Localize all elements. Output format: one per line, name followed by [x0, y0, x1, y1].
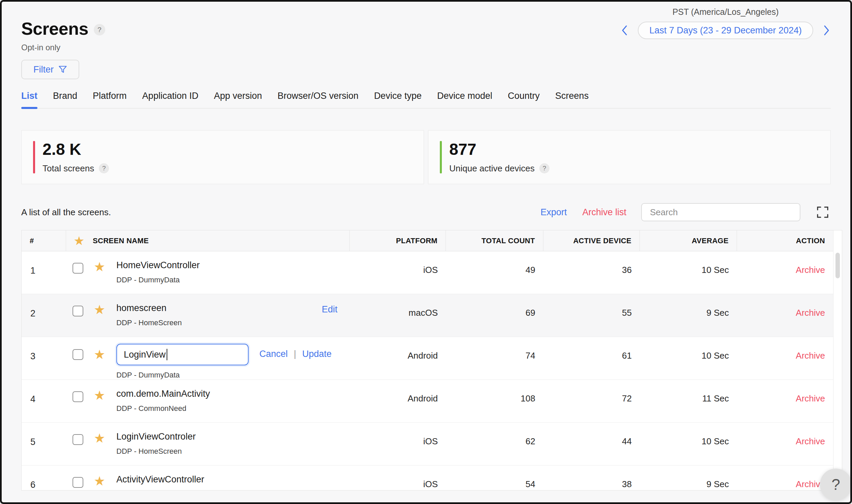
summary-stats: 2.8 K Total screens ? 877 Unique active … [21, 130, 831, 184]
screen-name-cell: ★ActivityViewControllerDDP - CommonNeed [66, 466, 350, 490]
tab-brand[interactable]: Brand [53, 91, 77, 108]
screens-analytics-page: PST (America/Los_Angeles) Last 7 Days (2… [0, 0, 852, 504]
table-row: 6★ActivityViewControllerDDP - CommonNeed… [22, 466, 833, 490]
next-period-button[interactable] [823, 25, 830, 36]
cancel-link[interactable]: Cancel [259, 349, 288, 359]
row-index: 5 [22, 423, 66, 465]
row-select-checkbox[interactable] [73, 349, 83, 360]
row-select-checkbox[interactable] [73, 391, 83, 402]
column-header-platform: PLATFORM [350, 230, 446, 251]
separator: | [294, 349, 296, 359]
total-count-value: 69 [446, 294, 543, 337]
previous-period-button[interactable] [621, 25, 628, 36]
tab-application-id[interactable]: Application ID [142, 91, 199, 108]
text-caret [167, 349, 167, 360]
screen-name: homescreen [116, 302, 182, 314]
floating-help-button[interactable]: ? [820, 469, 852, 500]
favorite-star-icon[interactable]: ★ [93, 474, 106, 488]
analytics-tabs: ListBrandPlatformApplication IDApp versi… [21, 91, 831, 109]
favorite-star-icon[interactable]: ★ [93, 303, 106, 317]
average-value: 9 Sec [640, 466, 737, 490]
rename-input[interactable]: LoginView [116, 344, 249, 365]
favorite-star-icon: ★ [74, 235, 84, 246]
list-description: A list of all the screens. [21, 207, 540, 218]
screen-name-cell: ★homescreenDDP - HomeScreenEdit [66, 294, 350, 337]
platform-value: Android [350, 380, 446, 422]
unique-devices-label: Unique active devices [449, 163, 534, 174]
screens-table: # ★ SCREEN NAME PLATFORM TOTAL COUNT ACT… [21, 230, 842, 490]
update-link[interactable]: Update [302, 349, 331, 359]
screen-name: HomeViewController [116, 259, 200, 271]
archive-list-link[interactable]: Archive list [582, 207, 627, 218]
average-value: 10 Sec [640, 251, 737, 294]
row-select-checkbox[interactable] [73, 263, 83, 274]
active-device-value: 55 [543, 294, 640, 337]
archive-link[interactable]: Archive [796, 265, 825, 275]
tab-list[interactable]: List [21, 91, 37, 108]
action-cell: Archive [737, 380, 833, 422]
total-screens-label: Total screens [42, 163, 94, 174]
platform-value: iOS [350, 466, 446, 490]
row-index: 6 [22, 466, 66, 490]
tab-device-model[interactable]: Device model [437, 91, 492, 108]
action-cell: Archive [737, 251, 833, 294]
unique-devices-value: 877 [449, 141, 549, 158]
active-device-value: 61 [543, 337, 640, 379]
screen-name-header-label: SCREEN NAME [93, 236, 149, 245]
tab-browser-os-version[interactable]: Browser/OS version [277, 91, 359, 108]
column-header-total-count: TOTAL COUNT [446, 230, 543, 251]
active-device-value: 44 [543, 423, 640, 465]
app-name: DDP - DummyData [116, 371, 249, 379]
row-select-checkbox[interactable] [73, 306, 83, 317]
fullscreen-button[interactable] [816, 205, 829, 219]
screen-name-block: HomeViewControllerDDP - DummyData [116, 259, 200, 284]
platform-value: iOS [350, 251, 446, 294]
edit-link[interactable]: Edit [322, 304, 338, 315]
total-count-value: 54 [446, 466, 543, 490]
average-value: 11 Sec [640, 380, 737, 422]
search-input[interactable] [641, 203, 800, 221]
rename-input-value: LoginView [124, 349, 166, 360]
row-select-checkbox[interactable] [73, 434, 83, 445]
table-header-row: # ★ SCREEN NAME PLATFORM TOTAL COUNT ACT… [22, 230, 833, 251]
tab-country[interactable]: Country [508, 91, 540, 108]
favorite-star-icon[interactable]: ★ [93, 431, 106, 445]
rename-actions: Cancel|Update [259, 349, 331, 359]
date-range-area: PST (America/Los_Angeles) Last 7 Days (2… [621, 7, 830, 39]
export-link[interactable]: Export [540, 207, 567, 218]
favorite-star-icon[interactable]: ★ [93, 348, 106, 361]
filter-button[interactable]: Filter [21, 60, 79, 79]
archive-link[interactable]: Archive [796, 436, 825, 446]
table-scrollbar-track[interactable] [833, 230, 842, 490]
date-range-selector[interactable]: Last 7 Days (23 - 29 December 2024) [638, 22, 813, 39]
app-name: DDP - HomeScreen [116, 319, 182, 327]
favorite-star-icon[interactable]: ★ [93, 389, 106, 402]
tab-app-version[interactable]: App version [214, 91, 262, 108]
archive-link[interactable]: Archive [796, 308, 825, 318]
tab-platform[interactable]: Platform [93, 91, 127, 108]
tab-screens[interactable]: Screens [555, 91, 588, 108]
archive-link[interactable]: Archive [796, 393, 825, 403]
total-screens-help-icon[interactable]: ? [99, 163, 109, 174]
timezone-label: PST (America/Los_Angeles) [673, 7, 779, 17]
page-help-icon[interactable]: ? [94, 24, 105, 35]
average-value: 9 Sec [640, 294, 737, 337]
total-screens-accent-bar [33, 141, 35, 174]
table-row: 2★homescreenDDP - HomeScreenEditmacOS695… [22, 294, 833, 337]
total-count-value: 49 [446, 251, 543, 294]
list-toolbar: A list of all the screens. Export Archiv… [21, 203, 829, 221]
date-range-label: Last 7 Days (23 - 29 December 2024) [649, 25, 802, 36]
unique-devices-help-icon[interactable]: ? [539, 163, 549, 174]
row-select-checkbox[interactable] [73, 477, 83, 488]
column-header-average: AVERAGE [640, 230, 737, 251]
table-scrollbar-thumb[interactable] [835, 253, 840, 278]
total-screens-value: 2.8 K [42, 141, 109, 158]
archive-link[interactable]: Archive [796, 350, 825, 361]
platform-value: iOS [350, 423, 446, 465]
column-header-active-device: ACTIVE DEVICE [543, 230, 640, 251]
column-header-action: ACTION [737, 230, 833, 251]
average-value: 10 Sec [640, 337, 737, 379]
tab-device-type[interactable]: Device type [374, 91, 422, 108]
row-index: 1 [22, 251, 66, 294]
favorite-star-icon[interactable]: ★ [93, 260, 106, 274]
